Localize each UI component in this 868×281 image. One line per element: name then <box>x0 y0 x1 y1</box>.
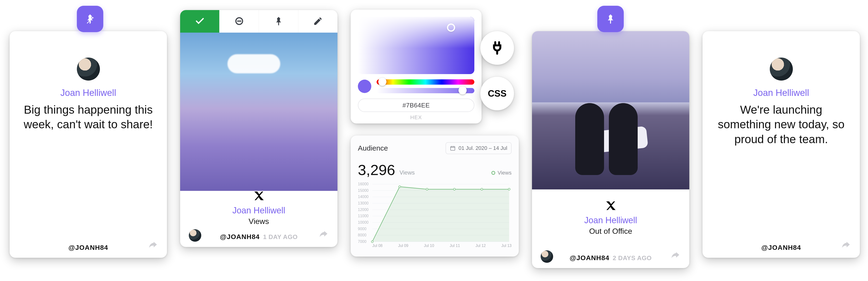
pencil-icon <box>313 16 323 26</box>
date-range-value: 01 Jul. 2020 – 14 Jul <box>459 145 507 151</box>
pin-icon <box>274 16 284 26</box>
svg-rect-2 <box>451 146 455 150</box>
x-axis-tick: Jul 11 <box>450 244 460 248</box>
pin-icon <box>85 13 96 25</box>
metric-value: 3,296 <box>358 161 395 178</box>
x-icon <box>605 200 617 212</box>
svg-point-13 <box>371 241 373 243</box>
x-axis-tick: Jul 13 <box>501 244 512 248</box>
avatar-mini <box>189 229 201 242</box>
author-handle: @JOANH84 <box>570 254 609 262</box>
avatar <box>770 58 793 80</box>
avatar <box>77 58 100 80</box>
post-card-1[interactable]: Joan Helliwell Big things happening this… <box>10 31 167 258</box>
post-meta: Joan Helliwell Out of Office <box>532 189 689 246</box>
author-name: Joan Helliwell <box>232 206 285 215</box>
edit-button[interactable] <box>298 10 337 33</box>
post-subtitle: Views <box>249 217 269 226</box>
y-axis-tick: 12000 <box>358 208 369 212</box>
hex-label: HEX <box>358 114 474 120</box>
x-icon <box>253 190 265 203</box>
y-axis-tick: 9000 <box>358 227 367 231</box>
author-handle: @JOANH84 <box>220 233 260 241</box>
hue-slider[interactable] <box>377 79 474 84</box>
y-axis-tick: 10000 <box>358 220 369 225</box>
post-message: We're launching something new today, so … <box>715 102 848 146</box>
author-name: Joan Helliwell <box>753 88 809 98</box>
x-axis-tick: Jul 08 <box>372 244 382 248</box>
share-button[interactable] <box>670 250 681 262</box>
chart-legend: Views <box>491 170 512 176</box>
y-axis-tick: 16000 <box>358 182 369 186</box>
svg-point-16 <box>454 188 455 190</box>
post-card-4[interactable]: Joan Helliwell We're launching something… <box>703 31 860 258</box>
avatar-mini <box>540 250 553 263</box>
post-timestamp: 2 DAYS AGO <box>613 254 652 262</box>
saturation-slider-thumb[interactable] <box>459 86 467 95</box>
y-axis-tick: 14000 <box>358 195 369 199</box>
hex-value: #7B64EE <box>403 102 430 109</box>
svg-point-14 <box>399 186 401 188</box>
svg-point-17 <box>481 188 483 190</box>
y-axis-tick: 11000 <box>358 214 369 218</box>
current-color-swatch <box>358 80 371 93</box>
post-timestamp: 1 DAY AGO <box>263 233 298 241</box>
author-name: Joan Helliwell <box>60 88 116 98</box>
plug-icon <box>490 40 505 56</box>
hue-slider-thumb[interactable] <box>378 78 386 86</box>
pin-button[interactable] <box>259 10 298 33</box>
y-axis-tick: 7000 <box>358 240 367 244</box>
analytics-title: Audience <box>358 144 388 152</box>
hex-input[interactable]: #7B64EE <box>358 99 474 112</box>
reject-button[interactable] <box>219 10 259 33</box>
post-meta: Joan Helliwell Views <box>180 191 337 225</box>
post-message: Big things happening this week, can't wa… <box>22 102 155 132</box>
saturation-slider[interactable] <box>377 88 474 93</box>
post-card-3[interactable]: Joan Helliwell Out of Office @JOANH84 2 … <box>532 31 689 268</box>
block-icon <box>234 16 244 26</box>
post-card-2[interactable]: Joan Helliwell Views @JOANH84 1 DAY AGO <box>180 10 337 247</box>
svg-point-18 <box>508 188 510 190</box>
pin-icon <box>605 13 616 25</box>
date-range-picker[interactable]: 01 Jul. 2020 – 14 Jul <box>445 142 512 154</box>
css-tool-button[interactable]: CSS <box>480 77 514 110</box>
x-axis-tick: Jul 10 <box>424 244 434 248</box>
legend-dot-icon <box>491 171 495 175</box>
post-subtitle: Out of Office <box>589 227 632 236</box>
audience-chart: Jul 08Jul 09Jul 10Jul 11Jul 12Jul 13 700… <box>358 183 512 247</box>
share-button[interactable] <box>147 240 158 251</box>
svg-point-15 <box>426 188 428 190</box>
approve-button[interactable] <box>180 10 219 33</box>
author-name: Joan Helliwell <box>584 215 637 225</box>
css-label: CSS <box>488 89 506 99</box>
author-handle: @JOANH84 <box>68 244 108 251</box>
check-icon <box>195 16 205 26</box>
share-button[interactable] <box>840 240 851 251</box>
color-picker-handle[interactable] <box>447 24 455 32</box>
plug-tool-button[interactable] <box>480 31 514 65</box>
y-axis-tick: 13000 <box>358 201 369 206</box>
metric-label: Views <box>399 169 415 178</box>
color-picker[interactable]: #7B64EE HEX <box>351 9 482 124</box>
color-gradient-field[interactable] <box>358 17 474 74</box>
pin-badge[interactable] <box>77 6 103 32</box>
pin-badge[interactable] <box>597 6 624 32</box>
post-image <box>532 31 689 189</box>
y-axis-tick: 15000 <box>358 188 369 193</box>
x-axis-tick: Jul 09 <box>398 244 408 248</box>
share-button[interactable] <box>318 229 329 241</box>
x-axis-tick: Jul 12 <box>475 244 486 248</box>
calendar-icon <box>450 145 456 151</box>
moderator-toolbar <box>180 10 337 33</box>
analytics-card[interactable]: Audience 01 Jul. 2020 – 14 Jul 3,296 Vie… <box>351 136 519 256</box>
author-handle: @JOANH84 <box>762 244 801 251</box>
y-axis-tick: 8000 <box>358 233 367 237</box>
legend-label: Views <box>498 170 512 176</box>
post-image <box>180 33 337 191</box>
